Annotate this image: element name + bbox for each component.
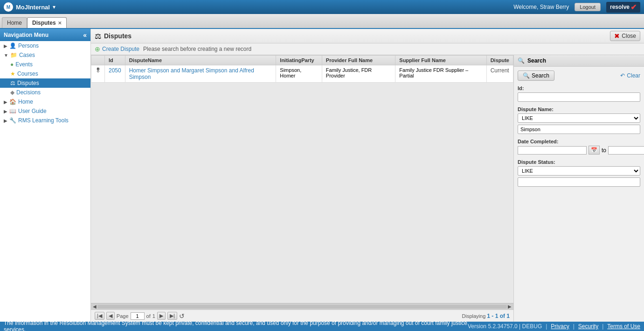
first-page-button[interactable]: |◀: [95, 312, 104, 320]
footer-link-security[interactable]: Security: [578, 323, 598, 330]
dispute-status-input[interactable]: [518, 177, 640, 187]
footer-link-privacy[interactable]: Privacy: [551, 323, 569, 330]
create-icon: ⊕: [95, 45, 100, 53]
close-button[interactable]: ✖ Close: [610, 31, 640, 41]
col-id[interactable]: Id: [105, 56, 125, 65]
search-button-icon: 🔍: [523, 72, 530, 79]
resolve-logo-text: resolve: [610, 4, 630, 10]
col-provider-full-name[interactable]: Provider Full Name: [322, 56, 395, 65]
footer-sep-2: |: [573, 323, 575, 330]
sidebar-item-cases[interactable]: ▼ 📁 Cases: [0, 50, 90, 60]
id-field-group: Id:: [518, 85, 640, 102]
create-label: Create Dispute: [102, 46, 139, 52]
expand-icon-rms: ▶: [4, 118, 7, 123]
page-number-input[interactable]: [131, 312, 145, 320]
content-split: Id DisputeName InitiatingParty Provider …: [91, 55, 644, 322]
sidebar-item-rms-learning-tools[interactable]: ▶ 🔧 RMS Learning Tools: [0, 116, 90, 125]
top-bar-left: M MoJInternal ▾: [4, 2, 55, 12]
next-page-button[interactable]: ▶: [157, 312, 166, 320]
clear-button-label: Clear: [627, 72, 640, 79]
id-field-input[interactable]: [518, 92, 640, 102]
logout-button[interactable]: Logout: [575, 3, 601, 11]
col-dispute-name[interactable]: DisputeName: [125, 56, 276, 65]
date-completed-label: Date Completed:: [518, 139, 640, 144]
sidebar-item-home[interactable]: ▶ 🏠 Home: [0, 97, 90, 106]
create-dispute-button[interactable]: ⊕ Create Dispute: [95, 45, 139, 53]
scroll-left-arrow[interactable]: ◀: [92, 304, 97, 309]
row-dispute-name-link[interactable]: Homer Simpson and Margaret Simpson and A…: [129, 67, 254, 80]
expand-icon: ▶: [4, 43, 7, 49]
resolve-check-icon: ✔: [630, 3, 637, 12]
tab-disputes-label: Disputes: [32, 20, 56, 26]
sidebar-item-decisions-label: Decisions: [16, 89, 41, 96]
row-dispute-name-cell: Homer Simpson and Margaret Simpson and A…: [125, 65, 276, 83]
clear-arrow-icon: ↶: [620, 72, 625, 79]
col-supplier-full-name[interactable]: Supplier Full Name: [395, 56, 486, 65]
search-button[interactable]: 🔍 Search: [518, 70, 554, 81]
dispute-name-input[interactable]: [518, 125, 640, 134]
col-icon: [91, 56, 105, 65]
page-of-label: of: [146, 313, 151, 319]
date-to-input[interactable]: [608, 146, 644, 155]
search-panel-title: Search: [527, 57, 546, 64]
date-from-picker-button[interactable]: 📅: [589, 146, 600, 155]
scrollbar-area[interactable]: ◀ ▶: [91, 303, 513, 310]
footer-info-text: The information in the Resolution Manage…: [4, 320, 468, 331]
tab-disputes-close-icon[interactable]: ✕: [58, 21, 62, 26]
app-logo: M: [4, 2, 13, 12]
page-title-row: ⚖ Disputes: [95, 32, 132, 41]
dispute-icon: ⚖: [10, 80, 15, 86]
disputes-table: Id DisputeName InitiatingParty Provider …: [91, 55, 513, 83]
sidebar-item-disputes[interactable]: ⚖ Disputes: [0, 78, 90, 88]
tab-bar: Home Disputes ✕: [0, 14, 644, 29]
sidebar-item-rms-learning-tools-label: RMS Learning Tools: [18, 117, 69, 124]
footer-link-terms[interactable]: Terms of Use: [607, 323, 640, 330]
dropdown-icon[interactable]: ▾: [53, 4, 55, 10]
table-area: Id DisputeName InitiatingParty Provider …: [91, 55, 513, 322]
tool-icon: 🔧: [9, 117, 16, 124]
dispute-status-operator-select[interactable]: LIKE EQUALS STARTS WITH ENDS WITH: [518, 166, 640, 176]
book-icon: 📖: [9, 108, 16, 114]
scroll-right-arrow[interactable]: ▶: [507, 304, 512, 309]
footer-sep-1: |: [546, 323, 547, 330]
clear-button[interactable]: ↶ Clear: [620, 72, 640, 79]
refresh-button[interactable]: ↺: [179, 312, 185, 320]
search-hint: Please search before creating a new reco…: [143, 46, 251, 52]
date-from-input[interactable]: [518, 146, 587, 155]
row-status-icon: 🎖: [95, 67, 101, 74]
tab-home[interactable]: Home: [2, 17, 27, 28]
table-row[interactable]: 🎖 2050 Homer Simpson and Margaret Simpso…: [91, 65, 513, 83]
sidebar-collapse-button[interactable]: «: [83, 31, 87, 39]
table-container[interactable]: Id DisputeName InitiatingParty Provider …: [91, 55, 513, 303]
sidebar-item-events[interactable]: ● Events: [0, 60, 90, 69]
dispute-name-operator-select[interactable]: LIKE EQUALS STARTS WITH ENDS WITH: [518, 113, 640, 123]
page-header: ⚖ Disputes ✖ Close: [91, 29, 644, 43]
date-range-row: 📅 to 📅: [518, 146, 640, 155]
row-icon-cell: 🎖: [91, 65, 105, 83]
sidebar-item-persons[interactable]: ▶ 👤 Persons: [0, 41, 90, 50]
footer-version: Version 5.2.34757.0 | DEBUG: [468, 323, 542, 330]
sidebar-item-decisions[interactable]: ◆ Decisions: [0, 88, 90, 97]
last-page-button[interactable]: ▶|: [167, 312, 177, 320]
id-field-label: Id:: [518, 85, 640, 91]
search-actions: 🔍 Search ↶ Clear: [518, 70, 640, 81]
sidebar-item-persons-label: Persons: [18, 42, 39, 49]
row-id-cell[interactable]: 2050: [105, 65, 125, 83]
col-initiating-party[interactable]: InitiatingParty: [276, 56, 322, 65]
scroll-track[interactable]: [97, 305, 507, 309]
pagination-controls: |◀ ◀ Page of 1 ▶ ▶| ↺: [95, 312, 185, 320]
footer-right: Version 5.2.34757.0 | DEBUG | Privacy | …: [468, 323, 640, 330]
sidebar-item-events-label: Events: [15, 61, 33, 68]
sidebar-item-courses[interactable]: ★ Courses: [0, 69, 90, 78]
sidebar-item-cases-label: Cases: [19, 52, 35, 58]
tab-disputes[interactable]: Disputes ✕: [27, 17, 67, 28]
search-panel-icon: 🔍: [518, 57, 525, 64]
page-label: Page: [117, 313, 129, 319]
row-id-link[interactable]: 2050: [109, 67, 121, 74]
date-to-label: to: [602, 147, 606, 154]
expand-icon-home: ▶: [4, 99, 7, 105]
sidebar-item-user-guide[interactable]: ▶ 📖 User Guide: [0, 106, 90, 116]
expand-icon: ▼: [4, 53, 8, 58]
prev-page-button[interactable]: ◀: [106, 312, 115, 320]
col-dispute-status[interactable]: Dispute: [486, 56, 513, 65]
